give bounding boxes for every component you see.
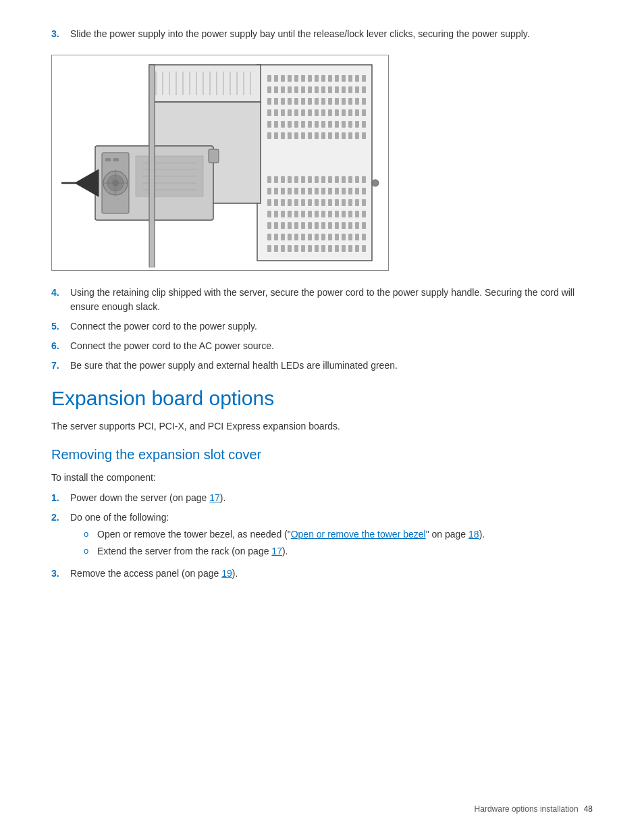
step-item-4: 4. Using the retaining clip shipped with… — [51, 286, 593, 314]
svg-rect-182 — [328, 211, 332, 217]
svg-rect-140 — [348, 176, 352, 183]
step-number-4: 4. — [51, 286, 70, 300]
svg-rect-2 — [267, 75, 271, 82]
svg-rect-129 — [274, 176, 278, 183]
subsection-title: Removing the expansion slot cover — [51, 446, 593, 463]
svg-rect-72 — [335, 121, 339, 128]
sub-text-2-before: Extend the server from the rack (on page — [97, 546, 271, 556]
step-number-6: 6. — [51, 339, 70, 353]
removing-steps-list: 1. Power down the server (on page 17). 2… — [51, 491, 593, 581]
step-number-7: 7. — [51, 359, 70, 373]
step-text-6: Connect the power cord to the AC power s… — [70, 339, 593, 353]
svg-rect-4 — [281, 75, 285, 82]
svg-rect-208 — [301, 234, 305, 240]
svg-rect-224 — [308, 245, 312, 252]
svg-rect-35 — [288, 98, 292, 105]
svg-rect-197 — [328, 222, 332, 229]
svg-rect-168 — [335, 199, 339, 206]
svg-rect-63 — [274, 121, 278, 128]
svg-rect-128 — [267, 176, 271, 183]
svg-rect-8 — [308, 75, 312, 82]
svg-rect-141 — [355, 176, 359, 183]
step-item-3: 3. Slide the power supply into the power… — [51, 27, 593, 41]
svg-rect-124 — [209, 149, 219, 163]
footer-label: Hardware options installation — [475, 804, 579, 814]
svg-rect-219 — [274, 245, 278, 252]
svg-rect-162 — [294, 199, 298, 206]
removing-step-number-3: 3. — [51, 567, 70, 581]
svg-rect-49 — [281, 109, 285, 116]
svg-rect-136 — [321, 176, 325, 183]
svg-rect-151 — [321, 188, 325, 194]
svg-rect-153 — [335, 188, 339, 194]
page-17-link-2[interactable]: 17 — [271, 546, 282, 556]
svg-rect-179 — [308, 211, 312, 217]
svg-rect-156 — [355, 188, 359, 194]
svg-rect-194 — [308, 222, 312, 229]
svg-rect-195 — [315, 222, 319, 229]
svg-rect-3 — [274, 75, 278, 82]
removing-step-3-link[interactable]: 19 — [221, 568, 232, 579]
step-text-7: Be sure that the power supply and extern… — [70, 359, 593, 373]
svg-rect-19 — [281, 86, 285, 93]
open-remove-bezel-link[interactable]: Open or remove the tower bezel — [291, 529, 426, 540]
svg-rect-84 — [315, 132, 319, 139]
step-number-5: 5. — [51, 319, 70, 334]
svg-rect-226 — [321, 245, 325, 252]
svg-rect-39 — [315, 98, 319, 105]
svg-rect-48 — [274, 109, 278, 116]
page-footer: Hardware options installation 48 — [475, 804, 593, 814]
removing-step-1-text: Power down the server (on page — [70, 492, 209, 503]
svg-rect-169 — [342, 199, 346, 206]
page-18-link[interactable]: 18 — [468, 529, 479, 540]
removing-step-1-link[interactable]: 17 — [209, 492, 220, 503]
svg-rect-189 — [274, 222, 278, 229]
removing-step-item-3: 3. Remove the access panel (on page 19). — [51, 567, 593, 581]
svg-rect-213 — [335, 234, 339, 240]
svg-rect-77 — [267, 132, 271, 139]
subsection-intro: To install the component: — [51, 470, 593, 485]
section-title: Expansion board options — [51, 386, 593, 411]
svg-rect-60 — [355, 109, 359, 116]
svg-rect-177 — [294, 211, 298, 217]
svg-rect-231 — [355, 245, 359, 252]
svg-rect-50 — [288, 109, 292, 116]
svg-rect-51 — [294, 109, 298, 116]
svg-point-233 — [372, 180, 379, 186]
svg-rect-127 — [149, 65, 155, 267]
svg-rect-205 — [281, 234, 285, 240]
sub-text-extend-server: Extend the server from the rack (on page… — [97, 544, 593, 558]
svg-rect-7 — [301, 75, 305, 82]
svg-rect-178 — [301, 211, 305, 217]
footer-inner: Hardware options installation 48 — [475, 804, 593, 814]
svg-rect-200 — [348, 222, 352, 229]
section-body: The server supports PCI, PCI-X, and PCI … — [51, 419, 593, 434]
step-text-3: Slide the power supply into the power su… — [70, 27, 593, 41]
svg-rect-71 — [328, 121, 332, 128]
svg-rect-86 — [328, 132, 332, 139]
sub-text-open-bezel: Open or remove the tower bezel, as neede… — [97, 527, 593, 542]
svg-rect-13 — [342, 75, 346, 82]
svg-rect-18 — [274, 86, 278, 93]
svg-rect-180 — [315, 211, 319, 217]
svg-rect-22 — [301, 86, 305, 93]
svg-rect-30 — [355, 86, 359, 93]
svg-rect-74 — [348, 121, 352, 128]
svg-rect-173 — [267, 211, 271, 217]
svg-rect-73 — [342, 121, 346, 128]
svg-rect-229 — [342, 245, 346, 252]
svg-rect-184 — [342, 211, 346, 217]
svg-rect-145 — [281, 188, 285, 194]
svg-rect-130 — [281, 176, 285, 183]
svg-rect-160 — [281, 199, 285, 206]
sub-item-extend-server: o Extend the server from the rack (on pa… — [84, 544, 593, 558]
svg-rect-209 — [308, 234, 312, 240]
svg-rect-11 — [328, 75, 332, 82]
svg-rect-21 — [294, 86, 298, 93]
svg-rect-214 — [342, 234, 346, 240]
svg-rect-211 — [321, 234, 325, 240]
svg-rect-55 — [321, 109, 325, 116]
svg-rect-199 — [342, 222, 346, 229]
svg-rect-232 — [362, 245, 366, 252]
svg-rect-196 — [321, 222, 325, 229]
